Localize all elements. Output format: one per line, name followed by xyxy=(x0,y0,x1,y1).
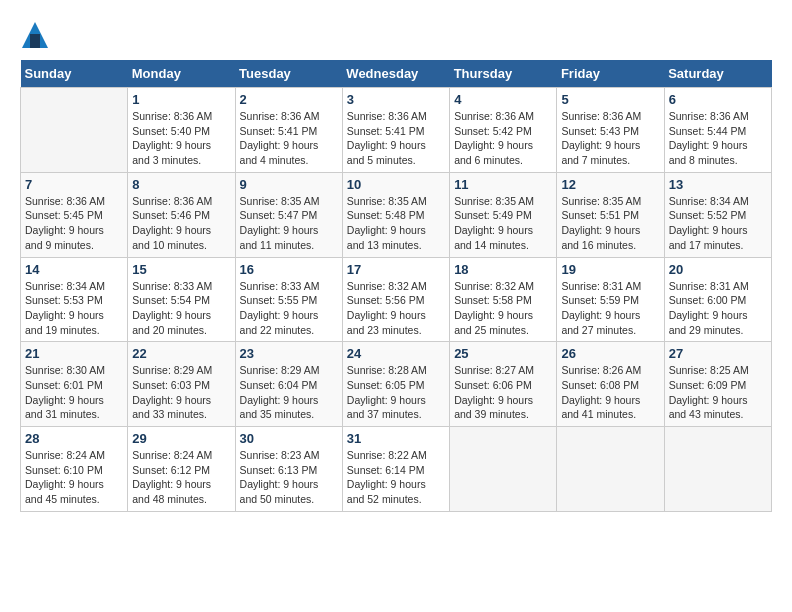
weekday-header-saturday: Saturday xyxy=(664,60,771,88)
logo-icon xyxy=(20,20,50,50)
calendar-cell: 22Sunrise: 8:29 AM Sunset: 6:03 PM Dayli… xyxy=(128,342,235,427)
day-number: 5 xyxy=(561,92,659,107)
calendar-cell: 21Sunrise: 8:30 AM Sunset: 6:01 PM Dayli… xyxy=(21,342,128,427)
day-info: Sunrise: 8:29 AM Sunset: 6:03 PM Dayligh… xyxy=(132,363,230,422)
day-info: Sunrise: 8:36 AM Sunset: 5:42 PM Dayligh… xyxy=(454,109,552,168)
day-info: Sunrise: 8:26 AM Sunset: 6:08 PM Dayligh… xyxy=(561,363,659,422)
day-info: Sunrise: 8:36 AM Sunset: 5:41 PM Dayligh… xyxy=(240,109,338,168)
calendar-cell: 13Sunrise: 8:34 AM Sunset: 5:52 PM Dayli… xyxy=(664,172,771,257)
day-info: Sunrise: 8:31 AM Sunset: 5:59 PM Dayligh… xyxy=(561,279,659,338)
day-number: 15 xyxy=(132,262,230,277)
day-number: 30 xyxy=(240,431,338,446)
day-number: 4 xyxy=(454,92,552,107)
calendar-cell: 28Sunrise: 8:24 AM Sunset: 6:10 PM Dayli… xyxy=(21,427,128,512)
weekday-header-sunday: Sunday xyxy=(21,60,128,88)
calendar-cell: 25Sunrise: 8:27 AM Sunset: 6:06 PM Dayli… xyxy=(450,342,557,427)
day-number: 2 xyxy=(240,92,338,107)
calendar-week-1: 1Sunrise: 8:36 AM Sunset: 5:40 PM Daylig… xyxy=(21,88,772,173)
calendar-cell: 1Sunrise: 8:36 AM Sunset: 5:40 PM Daylig… xyxy=(128,88,235,173)
day-number: 25 xyxy=(454,346,552,361)
day-info: Sunrise: 8:35 AM Sunset: 5:51 PM Dayligh… xyxy=(561,194,659,253)
day-number: 8 xyxy=(132,177,230,192)
day-info: Sunrise: 8:32 AM Sunset: 5:58 PM Dayligh… xyxy=(454,279,552,338)
day-number: 12 xyxy=(561,177,659,192)
day-number: 19 xyxy=(561,262,659,277)
calendar-cell: 15Sunrise: 8:33 AM Sunset: 5:54 PM Dayli… xyxy=(128,257,235,342)
logo xyxy=(20,20,54,50)
day-info: Sunrise: 8:27 AM Sunset: 6:06 PM Dayligh… xyxy=(454,363,552,422)
calendar-cell: 3Sunrise: 8:36 AM Sunset: 5:41 PM Daylig… xyxy=(342,88,449,173)
calendar-cell: 14Sunrise: 8:34 AM Sunset: 5:53 PM Dayli… xyxy=(21,257,128,342)
calendar-cell: 9Sunrise: 8:35 AM Sunset: 5:47 PM Daylig… xyxy=(235,172,342,257)
day-number: 14 xyxy=(25,262,123,277)
day-number: 18 xyxy=(454,262,552,277)
calendar-cell: 29Sunrise: 8:24 AM Sunset: 6:12 PM Dayli… xyxy=(128,427,235,512)
weekday-header-wednesday: Wednesday xyxy=(342,60,449,88)
day-info: Sunrise: 8:34 AM Sunset: 5:52 PM Dayligh… xyxy=(669,194,767,253)
day-number: 16 xyxy=(240,262,338,277)
day-number: 17 xyxy=(347,262,445,277)
day-number: 11 xyxy=(454,177,552,192)
day-info: Sunrise: 8:35 AM Sunset: 5:47 PM Dayligh… xyxy=(240,194,338,253)
day-info: Sunrise: 8:30 AM Sunset: 6:01 PM Dayligh… xyxy=(25,363,123,422)
calendar-cell: 16Sunrise: 8:33 AM Sunset: 5:55 PM Dayli… xyxy=(235,257,342,342)
day-info: Sunrise: 8:32 AM Sunset: 5:56 PM Dayligh… xyxy=(347,279,445,338)
calendar-cell: 12Sunrise: 8:35 AM Sunset: 5:51 PM Dayli… xyxy=(557,172,664,257)
day-info: Sunrise: 8:36 AM Sunset: 5:44 PM Dayligh… xyxy=(669,109,767,168)
day-info: Sunrise: 8:29 AM Sunset: 6:04 PM Dayligh… xyxy=(240,363,338,422)
calendar-cell: 30Sunrise: 8:23 AM Sunset: 6:13 PM Dayli… xyxy=(235,427,342,512)
calendar-cell xyxy=(557,427,664,512)
day-number: 3 xyxy=(347,92,445,107)
calendar-cell: 24Sunrise: 8:28 AM Sunset: 6:05 PM Dayli… xyxy=(342,342,449,427)
day-number: 24 xyxy=(347,346,445,361)
day-number: 13 xyxy=(669,177,767,192)
day-number: 1 xyxy=(132,92,230,107)
calendar-cell: 6Sunrise: 8:36 AM Sunset: 5:44 PM Daylig… xyxy=(664,88,771,173)
day-number: 31 xyxy=(347,431,445,446)
day-info: Sunrise: 8:33 AM Sunset: 5:55 PM Dayligh… xyxy=(240,279,338,338)
day-number: 20 xyxy=(669,262,767,277)
weekday-header-monday: Monday xyxy=(128,60,235,88)
day-info: Sunrise: 8:36 AM Sunset: 5:40 PM Dayligh… xyxy=(132,109,230,168)
weekday-header-tuesday: Tuesday xyxy=(235,60,342,88)
calendar-week-5: 28Sunrise: 8:24 AM Sunset: 6:10 PM Dayli… xyxy=(21,427,772,512)
day-number: 10 xyxy=(347,177,445,192)
calendar-cell xyxy=(450,427,557,512)
day-info: Sunrise: 8:23 AM Sunset: 6:13 PM Dayligh… xyxy=(240,448,338,507)
day-info: Sunrise: 8:35 AM Sunset: 5:49 PM Dayligh… xyxy=(454,194,552,253)
day-number: 29 xyxy=(132,431,230,446)
day-info: Sunrise: 8:25 AM Sunset: 6:09 PM Dayligh… xyxy=(669,363,767,422)
day-info: Sunrise: 8:31 AM Sunset: 6:00 PM Dayligh… xyxy=(669,279,767,338)
calendar-cell: 23Sunrise: 8:29 AM Sunset: 6:04 PM Dayli… xyxy=(235,342,342,427)
day-info: Sunrise: 8:22 AM Sunset: 6:14 PM Dayligh… xyxy=(347,448,445,507)
svg-rect-1 xyxy=(30,34,40,48)
day-info: Sunrise: 8:24 AM Sunset: 6:10 PM Dayligh… xyxy=(25,448,123,507)
calendar-cell: 8Sunrise: 8:36 AM Sunset: 5:46 PM Daylig… xyxy=(128,172,235,257)
calendar-cell: 4Sunrise: 8:36 AM Sunset: 5:42 PM Daylig… xyxy=(450,88,557,173)
calendar-table: SundayMondayTuesdayWednesdayThursdayFrid… xyxy=(20,60,772,512)
calendar-cell: 2Sunrise: 8:36 AM Sunset: 5:41 PM Daylig… xyxy=(235,88,342,173)
day-info: Sunrise: 8:35 AM Sunset: 5:48 PM Dayligh… xyxy=(347,194,445,253)
calendar-week-2: 7Sunrise: 8:36 AM Sunset: 5:45 PM Daylig… xyxy=(21,172,772,257)
day-number: 27 xyxy=(669,346,767,361)
calendar-cell xyxy=(664,427,771,512)
day-number: 7 xyxy=(25,177,123,192)
calendar-cell: 11Sunrise: 8:35 AM Sunset: 5:49 PM Dayli… xyxy=(450,172,557,257)
calendar-cell: 5Sunrise: 8:36 AM Sunset: 5:43 PM Daylig… xyxy=(557,88,664,173)
day-number: 28 xyxy=(25,431,123,446)
day-number: 21 xyxy=(25,346,123,361)
weekday-header-row: SundayMondayTuesdayWednesdayThursdayFrid… xyxy=(21,60,772,88)
day-info: Sunrise: 8:36 AM Sunset: 5:43 PM Dayligh… xyxy=(561,109,659,168)
calendar-cell: 26Sunrise: 8:26 AM Sunset: 6:08 PM Dayli… xyxy=(557,342,664,427)
day-number: 23 xyxy=(240,346,338,361)
calendar-cell: 19Sunrise: 8:31 AM Sunset: 5:59 PM Dayli… xyxy=(557,257,664,342)
calendar-cell: 31Sunrise: 8:22 AM Sunset: 6:14 PM Dayli… xyxy=(342,427,449,512)
weekday-header-thursday: Thursday xyxy=(450,60,557,88)
day-number: 9 xyxy=(240,177,338,192)
calendar-cell: 20Sunrise: 8:31 AM Sunset: 6:00 PM Dayli… xyxy=(664,257,771,342)
calendar-cell xyxy=(21,88,128,173)
calendar-cell: 18Sunrise: 8:32 AM Sunset: 5:58 PM Dayli… xyxy=(450,257,557,342)
day-number: 26 xyxy=(561,346,659,361)
day-info: Sunrise: 8:28 AM Sunset: 6:05 PM Dayligh… xyxy=(347,363,445,422)
calendar-cell: 10Sunrise: 8:35 AM Sunset: 5:48 PM Dayli… xyxy=(342,172,449,257)
